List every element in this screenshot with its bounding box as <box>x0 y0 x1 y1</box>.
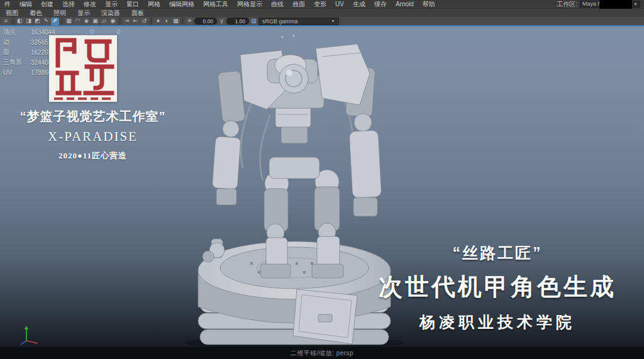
menu-create[interactable]: 创建 <box>36 0 58 9</box>
workspace-dropdown[interactable]: Maya 经典 ▼ <box>580 1 640 8</box>
menu-modify[interactable]: 修改 <box>79 0 101 9</box>
paint-select-icon[interactable]: ✐ <box>51 18 59 25</box>
menu-file[interactable]: 件 <box>0 0 15 9</box>
snap-point-icon[interactable]: ◈ <box>82 18 91 25</box>
menu-cache[interactable]: 缓存 <box>370 0 391 9</box>
maya-window: 件 编辑 创建 选择 修改 显示 窗口 网格 编辑网格 网格工具 网格显示 曲线… <box>0 0 644 359</box>
camera-label: 二维平移/缩放: persp <box>291 349 353 358</box>
snap-curve-icon[interactable]: ◠ <box>74 18 82 25</box>
gamma-icon[interactable]: γ <box>218 18 226 25</box>
menu-help[interactable]: 帮助 <box>418 0 440 9</box>
snap-view-plane-icon[interactable]: ▱ <box>100 18 108 25</box>
menu-select[interactable]: 选择 <box>58 0 79 9</box>
render-frame-icon[interactable]: ● <box>154 18 162 25</box>
gamma-field[interactable]: 1.00 <box>226 18 249 25</box>
panel-menu-panels[interactable]: 面板 <box>126 9 150 18</box>
render-settings-icon[interactable]: ▩ <box>172 18 180 25</box>
input-connections-icon[interactable]: ⇥ <box>123 18 131 25</box>
exposure-icon[interactable]: ✳ <box>186 18 194 25</box>
panel-menu-show[interactable]: 显示 <box>72 9 96 18</box>
menu-arnold[interactable]: Arnold <box>391 1 418 8</box>
panel-menu-view[interactable]: 视图 <box>0 9 24 18</box>
chevron-down-icon: ▼ <box>331 19 335 23</box>
make-live-icon[interactable]: ◉ <box>109 18 117 25</box>
menu-mesh-display[interactable]: 网格显示 <box>233 0 267 9</box>
caption-subtitle: 杨凌职业技术学院 <box>362 312 633 333</box>
censor-box <box>599 0 632 9</box>
workspace-label: 工作区: <box>557 0 577 9</box>
menu-uv[interactable]: UV <box>331 1 348 8</box>
title-caption: “丝路工匠” 次世代机甲角色生成 杨凌职业技术学院 <box>362 243 633 333</box>
menu-generate[interactable]: 生成 <box>348 0 370 9</box>
output-connections-icon[interactable]: ⇤ <box>131 18 140 25</box>
ipr-render-icon[interactable]: ◐ <box>163 18 171 25</box>
menu-mesh-tools[interactable]: 网格工具 <box>199 0 233 9</box>
lasso-tool-icon[interactable]: ✎ <box>42 18 50 25</box>
panel-menu-lighting[interactable]: 照明 <box>48 9 72 18</box>
menu-edit-mesh[interactable]: 编辑网格 <box>165 0 199 9</box>
menu-display[interactable]: 显示 <box>101 0 122 9</box>
snap-grid-icon[interactable]: ▦ <box>65 18 73 25</box>
viewport-footer-bar: 二维平移/缩放: persp <box>0 347 644 359</box>
caption-title: 次世代机甲角色生成 <box>362 271 633 303</box>
panel-menu-bar: 视图 着色 照明 显示 渲染器 面板 <box>0 8 644 17</box>
history-toggle-icon[interactable]: ≡ <box>2 18 10 25</box>
menu-mesh[interactable]: 网格 <box>143 0 165 9</box>
panel-menu-shading[interactable]: 着色 <box>24 9 48 18</box>
caption-quote: “丝路工匠” <box>362 243 633 263</box>
panel-toolbar: ≡ ◧ ◨ ◩ ✎ ✐ ▦ ◠ ◈ ▣ ▱ ◉ ⇥ ⇤ ↺ ● ◐ ▩ ✳ 0.… <box>0 17 644 25</box>
main-menu-bar: 件 编辑 创建 选择 修改 显示 窗口 网格 编辑网格 网格工具 网格显示 曲线… <box>0 0 644 8</box>
select-hierarchy-icon[interactable]: ◧ <box>16 18 24 25</box>
menu-edit[interactable]: 编辑 <box>15 0 36 9</box>
colorspace-value: sRGB gamma <box>262 18 298 25</box>
menu-deform[interactable]: 变形 <box>309 0 331 9</box>
menu-surfaces[interactable]: 曲面 <box>288 0 309 9</box>
snap-projected-center-icon[interactable]: ▣ <box>91 18 99 25</box>
exposure-field[interactable]: 0.00 <box>194 18 217 25</box>
perspective-viewport[interactable]: 顶点 1634044 0 0 边 3256521 面 1622024 三角形 3… <box>0 26 644 347</box>
view-axis-gizmo <box>16 324 44 346</box>
construction-history-icon[interactable]: ↺ <box>140 18 148 25</box>
select-component-icon[interactable]: ◩ <box>33 18 42 25</box>
menu-windows[interactable]: 窗口 <box>122 0 143 9</box>
colorspace-dropdown[interactable]: sRGB gamma ▼ <box>258 18 339 25</box>
chevron-down-icon: ▼ <box>633 2 638 6</box>
select-object-icon[interactable]: ◨ <box>25 18 33 25</box>
panel-menu-renderer[interactable]: 渲染器 <box>96 9 126 18</box>
colorspace-icon[interactable]: ▤ <box>250 18 258 25</box>
menu-curves[interactable]: 曲线 <box>267 0 288 9</box>
